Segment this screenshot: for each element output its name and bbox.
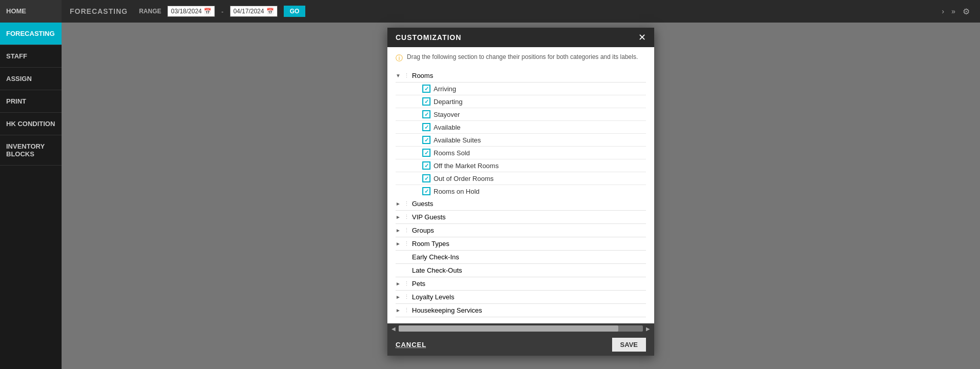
rooms-on-hold-item[interactable]: Rooms on Hold: [396, 185, 646, 197]
loyalty-levels-drag-handle[interactable]: ⋮⋮: [404, 294, 411, 300]
stayover-label: Stayover: [434, 111, 460, 118]
date-from-value: 03/18/2024: [171, 8, 202, 15]
available-checkbox-wrapper[interactable]: Available: [422, 123, 461, 131]
late-check-outs-section[interactable]: ► ⋮⋮ Late Check-Outs: [396, 264, 646, 277]
stayover-checkbox[interactable]: [422, 110, 430, 118]
loyalty-levels-expand-icon[interactable]: ►: [396, 294, 404, 300]
info-icon: ⓘ: [396, 54, 403, 63]
available-suites-item[interactable]: Available Suites: [396, 134, 646, 147]
room-types-label: Room Types: [412, 240, 646, 248]
rooms-sold-checkbox-wrapper[interactable]: Rooms Sold: [422, 149, 470, 157]
rooms-on-hold-checkbox[interactable]: [422, 187, 430, 195]
rooms-section: ▼ ⋮⋮ Rooms Arriving: [396, 69, 646, 197]
departing-checkbox-wrapper[interactable]: Departing: [422, 97, 462, 106]
guests-expand-icon[interactable]: ►: [396, 201, 404, 207]
content-area: CUSTOMIZATION ✕ ⓘ Drag the following sec…: [62, 23, 980, 369]
sidebar-item-hk-condition[interactable]: HK CONDITION: [0, 113, 62, 135]
departing-item[interactable]: Departing: [396, 95, 646, 108]
vip-guests-drag-handle[interactable]: ⋮⋮: [404, 214, 411, 220]
go-button[interactable]: GO: [284, 6, 306, 17]
late-check-outs-drag-handle: ⋮⋮: [404, 267, 411, 274]
groups-drag-handle[interactable]: ⋮⋮: [404, 227, 411, 234]
loyalty-levels-label: Loyalty Levels: [412, 293, 646, 301]
gear-icon[interactable]: ⚙: [961, 6, 972, 17]
date-to-input[interactable]: 04/17/2024 📅: [230, 6, 278, 17]
save-button[interactable]: SAVE: [612, 338, 646, 352]
loyalty-levels-section[interactable]: ► ⋮⋮ Loyalty Levels: [396, 291, 646, 304]
room-types-section[interactable]: ► ⋮⋮ Room Types: [396, 237, 646, 251]
top-bar-actions: › » ⚙: [940, 6, 972, 17]
date-from-input[interactable]: 03/18/2024 📅: [167, 6, 215, 17]
off-market-rooms-checkbox-wrapper[interactable]: Off the Market Rooms: [422, 161, 499, 170]
scroll-right-button[interactable]: ▶: [646, 326, 650, 332]
rooms-label: Rooms: [412, 72, 646, 79]
arriving-item[interactable]: Arriving: [396, 83, 646, 95]
off-market-rooms-checkbox[interactable]: [422, 161, 430, 170]
available-item[interactable]: Available: [396, 121, 646, 134]
off-market-rooms-item[interactable]: Off the Market Rooms: [396, 159, 646, 172]
out-of-order-rooms-checkbox-wrapper[interactable]: Out of Order Rooms: [422, 174, 494, 182]
arriving-checkbox[interactable]: [422, 85, 430, 93]
available-checkbox[interactable]: [422, 123, 430, 131]
out-of-order-rooms-label: Out of Order Rooms: [434, 175, 494, 182]
pets-drag-handle[interactable]: ⋮⋮: [404, 280, 411, 287]
housekeeping-services-label: Housekeeping Services: [412, 306, 646, 314]
modal-footer: CANCEL SAVE: [387, 334, 654, 356]
range-label: RANGE: [139, 8, 161, 15]
modal-body: ⓘ Drag the following section to change t…: [387, 47, 654, 323]
rooms-collapse-icon[interactable]: ▼: [396, 73, 404, 78]
double-chevron-right-icon[interactable]: »: [949, 6, 957, 16]
sidebar-item-print[interactable]: PRINT: [0, 90, 62, 113]
scrollbar-track[interactable]: [399, 325, 643, 332]
late-check-outs-label: Late Check-Outs: [412, 266, 646, 274]
out-of-order-rooms-item[interactable]: Out of Order Rooms: [396, 172, 646, 185]
room-types-drag-handle[interactable]: ⋮⋮: [404, 240, 411, 247]
available-suites-checkbox-wrapper[interactable]: Available Suites: [422, 136, 481, 144]
room-types-expand-icon[interactable]: ►: [396, 241, 404, 247]
departing-checkbox[interactable]: [422, 97, 430, 106]
out-of-order-rooms-checkbox[interactable]: [422, 174, 430, 182]
sidebar-item-forecasting[interactable]: FORECASTING: [0, 23, 62, 45]
rooms-section-header[interactable]: ▼ ⋮⋮ Rooms: [396, 69, 646, 83]
sidebar-item-staff[interactable]: STAFF: [0, 45, 62, 68]
vip-guests-expand-icon[interactable]: ►: [396, 214, 404, 220]
calendar-icon[interactable]: 📅: [204, 8, 211, 15]
rooms-sold-item[interactable]: Rooms Sold: [396, 147, 646, 159]
sidebar-item-assign[interactable]: ASSIGN: [0, 68, 62, 90]
rooms-drag-handle[interactable]: ⋮⋮: [404, 72, 411, 79]
arriving-checkbox-wrapper[interactable]: Arriving: [422, 85, 456, 93]
vip-guests-section[interactable]: ► ⋮⋮ VIP Guests: [396, 211, 646, 224]
close-button[interactable]: ✕: [638, 33, 646, 42]
main-area: FORECASTING RANGE 03/18/2024 📅 - 04/17/2…: [62, 0, 980, 369]
stayover-item[interactable]: Stayover: [396, 108, 646, 121]
housekeeping-services-section[interactable]: ► ⋮⋮ Housekeeping Services: [396, 304, 646, 317]
sidebar: HOME FORECASTING STAFF ASSIGN PRINT HK C…: [0, 0, 62, 369]
guests-section[interactable]: ► ⋮⋮ Guests: [396, 197, 646, 211]
sidebar-item-home[interactable]: HOME: [0, 0, 62, 23]
guests-drag-handle[interactable]: ⋮⋮: [404, 200, 411, 207]
modal-overlay: CUSTOMIZATION ✕ ⓘ Drag the following sec…: [62, 23, 980, 369]
groups-section[interactable]: ► ⋮⋮ Groups: [396, 224, 646, 237]
available-suites-checkbox[interactable]: [422, 136, 430, 144]
rooms-sold-checkbox[interactable]: [422, 149, 430, 157]
scroll-left-button[interactable]: ◀: [391, 326, 396, 332]
groups-expand-icon[interactable]: ►: [396, 228, 404, 233]
date-separator: -: [221, 8, 223, 15]
departing-label: Departing: [434, 98, 462, 106]
chevron-right-icon[interactable]: ›: [940, 6, 947, 16]
scrollbar-thumb: [399, 325, 618, 332]
pets-section[interactable]: ► ⋮⋮ Pets: [396, 277, 646, 291]
early-check-ins-section[interactable]: ► ⋮⋮ Early Check-Ins: [396, 251, 646, 264]
calendar-icon-2[interactable]: 📅: [266, 8, 274, 15]
cancel-button[interactable]: CANCEL: [396, 341, 426, 348]
vip-guests-label: VIP Guests: [412, 213, 646, 221]
stayover-checkbox-wrapper[interactable]: Stayover: [422, 110, 460, 118]
housekeeping-services-drag-handle[interactable]: ⋮⋮: [404, 307, 411, 314]
rooms-on-hold-checkbox-wrapper[interactable]: Rooms on Hold: [422, 187, 480, 195]
info-bar: ⓘ Drag the following section to change t…: [396, 53, 646, 63]
pets-expand-icon[interactable]: ►: [396, 281, 404, 286]
housekeeping-services-expand-icon[interactable]: ►: [396, 308, 404, 313]
sidebar-item-inventory-blocks[interactable]: INVENTORY BLOCKS: [0, 135, 62, 166]
top-bar: FORECASTING RANGE 03/18/2024 📅 - 04/17/2…: [62, 0, 980, 23]
horizontal-scrollbar: ◀ ▶: [387, 323, 654, 334]
